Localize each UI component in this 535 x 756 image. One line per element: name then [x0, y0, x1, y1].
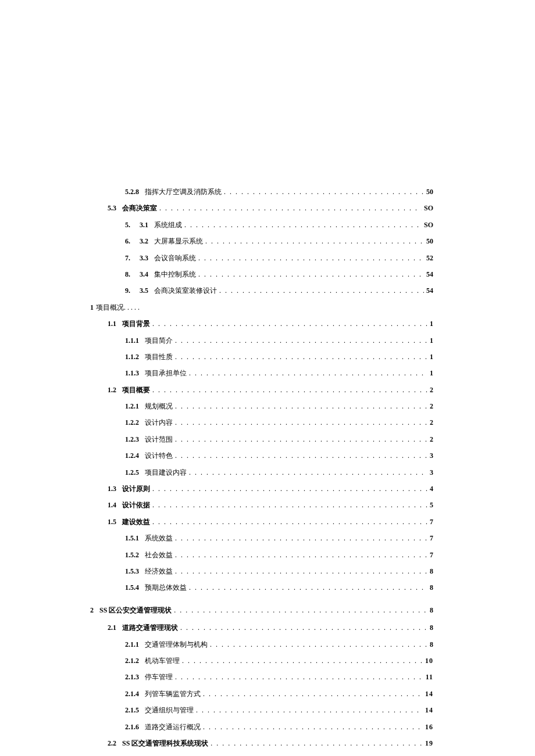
toc-title: 设计原则 — [122, 483, 150, 495]
toc-page-number: 50 — [426, 235, 433, 247]
toc-entry: 2.1.4列管车辆监管方式. . . . . . . . . . . . . .… — [90, 688, 433, 700]
toc-title: SS 区交通管理科技系统现状 — [122, 737, 208, 749]
toc-leader-dots: . . . . . . . . . . . . . . . . . . . . … — [159, 202, 422, 214]
toc-entry: 1项目概况. . . . . — [90, 302, 433, 313]
toc-number: 1.2.1 — [125, 400, 139, 412]
toc-leader-dots: . . . . . . . . . . . . . . . . . . . . … — [196, 704, 423, 716]
toc-entry: 1.1.2项目性质. . . . . . . . . . . . . . . .… — [90, 351, 433, 363]
toc-leader-dots: . . . . . . . . . . . . . . . . . . . . … — [175, 335, 427, 346]
toc-entry: 7.3.3会议音响系统. . . . . . . . . . . . . . .… — [90, 252, 433, 264]
toc-title: 建设效益 — [122, 516, 150, 528]
toc-entry: 2.1.3停车管理. . . . . . . . . . . . . . . .… — [90, 671, 433, 683]
toc-number: 5.3.1 — [125, 219, 148, 231]
toc-entry: 2.1道路交通管理现状. . . . . . . . . . . . . . .… — [90, 622, 433, 633]
toc-number: 1.5.2 — [125, 549, 139, 561]
toc-title: 项目性质 — [145, 351, 173, 363]
toc-entry: 1.5.4预期总体效益. . . . . . . . . . . . . . .… — [90, 582, 433, 593]
toc-title: SS 区公安交通管理现状 — [99, 604, 172, 616]
toc-entry: 5.3.1系统组成. . . . . . . . . . . . . . . .… — [90, 219, 433, 231]
toc-entry: 1.4设计依据. . . . . . . . . . . . . . . . .… — [90, 499, 433, 511]
toc-page-number: 2 — [430, 384, 433, 396]
toc-page-number: 2 — [430, 400, 433, 412]
toc-entry: 1.2.3设计范围. . . . . . . . . . . . . . . .… — [90, 433, 433, 445]
toc-entry: 9.3.5会商决策室装修设计. . . . . . . . . . . . . … — [90, 285, 433, 296]
toc-number: 1.1.3 — [125, 367, 139, 379]
toc-page-number: 8 — [430, 604, 433, 616]
toc-number: 2.1 — [108, 622, 116, 633]
toc-title: 项目概要 — [122, 384, 150, 396]
toc-title: 集中控制系统 — [154, 268, 196, 280]
toc-title: 项目建设内容 — [145, 467, 187, 478]
toc-leader-dots: . . . . . . . . . . . . . . . . . . . . … — [175, 532, 427, 544]
toc-leader-dots: . . . . . . . . . . . . . . . . . . . . … — [184, 219, 422, 231]
toc-page-number: SO — [424, 219, 433, 231]
toc-number: 2.1.2 — [125, 655, 139, 667]
toc-title: 道路交通运行概况 — [145, 721, 201, 733]
toc-entry: 1.5建设效益. . . . . . . . . . . . . . . . .… — [90, 516, 433, 528]
toc-entry: 2.1.2机动车管理. . . . . . . . . . . . . . . … — [90, 655, 433, 667]
toc-entry: 1.2.1规划概况. . . . . . . . . . . . . . . .… — [90, 400, 433, 412]
toc-page-number: 4 — [430, 483, 433, 495]
toc-entry: 1.2.4设计特色. . . . . . . . . . . . . . . .… — [90, 450, 433, 461]
toc-entry: 6.3.2大屏幕显示系统. . . . . . . . . . . . . . … — [90, 235, 433, 247]
toc-leader-dots: . . . . . . . . . . . . . . . . . . . . … — [152, 516, 427, 528]
toc-leader-dots: . . . . . . . . . . . . . . . . . . . . … — [198, 252, 424, 264]
toc-leader-dots: . . . . . . . . . . . . . . . . . . . . … — [205, 235, 424, 247]
toc-title: 系统组成 — [154, 219, 182, 231]
toc-entry: 1.5.1系统效益. . . . . . . . . . . . . . . .… — [90, 532, 433, 544]
toc-entry: 1.1.1项目简介. . . . . . . . . . . . . . . .… — [90, 335, 433, 346]
toc-page-number: 1 — [430, 351, 433, 363]
toc-leader-dots: . . . . . . . . . . . . . . . . . . . . … — [175, 417, 427, 428]
toc-title: 停车管理 — [145, 671, 173, 683]
toc-entry: 5.2.8指挥大厅空调及消防系统. . . . . . . . . . . . … — [90, 186, 433, 198]
toc-page-number: 2 — [430, 417, 433, 428]
toc-number: 1.1.2 — [125, 351, 139, 363]
toc-number: 1.2.2 — [125, 417, 139, 428]
toc-page-number: 52 — [426, 252, 433, 264]
toc-title: 设计范围 — [145, 433, 173, 445]
toc-leader-dots: . . . . . . . . . . . . . . . . . . . . … — [175, 433, 427, 445]
toc-number: 1.1.1 — [125, 335, 139, 346]
toc-leader-dots: . . . . . . . . . . . . . . . . . . . . … — [175, 400, 427, 412]
toc-num-a: 8. — [125, 268, 130, 280]
toc-page-number: 7 — [430, 549, 433, 561]
toc-entry: 2SS 区公安交通管理现状. . . . . . . . . . . . . .… — [90, 604, 433, 616]
toc-page-number: 50 — [426, 186, 433, 198]
toc-leader-dots: . . . . . . . . . . . . . . . . . . . . … — [175, 565, 427, 577]
toc-page-number: 5 — [430, 499, 433, 511]
toc-entry: 2.1.6道路交通运行概况. . . . . . . . . . . . . .… — [90, 721, 433, 733]
toc-num-a: 6. — [125, 235, 130, 247]
toc-page-number: 16 — [425, 721, 433, 733]
toc-leader-dots: . . . . . . . . . . . . . . . . . . . . … — [175, 671, 423, 683]
toc-title: 规划概况 — [145, 400, 173, 412]
toc-title: 会商决策室装修设计 — [154, 285, 217, 296]
toc-number: 6.3.2 — [125, 235, 148, 247]
toc-entry: 1.3设计原则. . . . . . . . . . . . . . . . .… — [90, 483, 433, 495]
toc-title: 指挥大厅空调及消防系统 — [145, 186, 222, 198]
toc-number: 5.2.8 — [125, 186, 139, 198]
toc-page-number: 8 — [430, 582, 433, 593]
toc-number: 2.1.1 — [125, 639, 139, 650]
toc-number: 2.2 — [108, 737, 116, 749]
toc-page-number: 54 — [426, 285, 433, 296]
toc-number: 5.3 — [108, 202, 116, 214]
toc-number: 2.1.5 — [125, 704, 139, 716]
toc-number: 1.2.3 — [125, 433, 139, 445]
toc-title: 系统效益 — [145, 532, 173, 544]
toc-number: 1.5.1 — [125, 532, 139, 544]
toc-title: 经济效益 — [145, 565, 173, 577]
toc-number: 1 — [90, 302, 94, 313]
toc-num-a: 5. — [125, 219, 130, 231]
toc-entry: 1.5.3经济效益. . . . . . . . . . . . . . . .… — [90, 565, 433, 577]
toc-leader-dots: . . . . . . . . . . . . . . . . . . . . … — [175, 450, 427, 461]
toc-leader-dots: . . . . . . . . . . . . . . . . . . . . … — [189, 582, 427, 593]
toc-entry: 1.2项目概要. . . . . . . . . . . . . . . . .… — [90, 384, 433, 396]
toc-page-number: 10 — [425, 655, 433, 667]
toc-leader-dots: . . . . . . . . . . . . . . . . . . . . … — [152, 318, 427, 329]
toc-num-b: 3.2 — [140, 235, 148, 247]
toc-page-number: 8 — [430, 622, 433, 633]
toc-title: 会商决策室 — [122, 202, 157, 214]
toc-number: 1.5.4 — [125, 582, 139, 593]
toc-leader-dots: . . . . . . . . . . . . . . . . . . . . … — [175, 351, 427, 363]
toc-num-b: 3.5 — [140, 285, 148, 296]
